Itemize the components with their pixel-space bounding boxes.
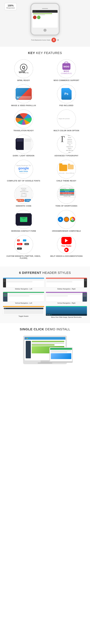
html5-css3-badges: HTML5 CSS3	[16, 199, 31, 202]
header-main-preview	[46, 279, 84, 288]
feature-circle-googlefonts: Sandy Bookman TG google web fonts Helvet…	[14, 160, 33, 179]
header-vertical-nav-left	[3, 293, 8, 302]
translation-globe	[16, 113, 32, 125]
monitor-screen-header	[24, 337, 66, 340]
monitor-btn-close	[26, 338, 26, 339]
font-awesome-icon: A	[52, 38, 56, 42]
parallax-dot	[17, 97, 18, 98]
woo-logo: woo WOO COMMERCE	[61, 63, 72, 74]
folder-tab-small	[68, 164, 70, 165]
demo-install-visual	[3, 336, 87, 364]
feature-label-woocommerce: WOO COMMERCE SUPPORT	[54, 80, 79, 82]
vertical-nav-bar	[83, 295, 86, 296]
sidebar-item-bar	[4, 280, 6, 280]
header-preview-layout	[46, 279, 87, 288]
header-preview-sidebar-left[interactable]: Sidebar Navigation - Left	[3, 278, 44, 290]
header-label-vertical-right: Vertical Navigation - Right	[46, 302, 87, 304]
phone-nav-dot	[35, 11, 36, 12]
ie-icon: e	[58, 217, 63, 222]
header-content-bar	[46, 279, 84, 280]
typography-T: T	[60, 135, 65, 144]
feature-contactform: WORKING CONTACT FORM	[3, 210, 44, 232]
header-preview-box	[3, 292, 44, 302]
light-bar	[24, 139, 31, 140]
shortcode-btn-gray: Column Layout	[60, 194, 74, 196]
woo-sub-text: COMMERCE	[61, 73, 72, 74]
phone-avatar-row	[33, 16, 57, 19]
features-grid: Q WPML.org WPML READY woo WOO COMMERCE W…	[3, 59, 87, 259]
header-content-bar	[46, 295, 68, 296]
toggle-content	[4, 310, 44, 314]
laptop-header-bar	[50, 348, 72, 350]
feature-circle-translation	[14, 110, 33, 128]
child-theme-folders	[59, 165, 74, 171]
woo-text: WOO	[64, 70, 69, 72]
toggle-nav-bar	[4, 308, 44, 309]
feature-circle-contactform	[14, 210, 33, 229]
header-content-bar	[8, 294, 44, 294]
gfonts-sub2: Helvetica TG	[16, 172, 31, 174]
feature-label-darklight: DARK / LIGHT VERSION	[13, 155, 34, 157]
monitor-btn-max	[28, 338, 29, 339]
responsive-label: Responsive	[6, 7, 15, 9]
feature-parallax: IMAGE & VIDEO PARALLAX	[3, 84, 44, 106]
font-awesome-label: Font Awesome Icons Used	[31, 39, 50, 41]
monitor-stand	[40, 360, 50, 362]
laptop-mockup	[50, 347, 73, 363]
parallax-dot	[18, 97, 19, 98]
folder-small	[68, 165, 74, 171]
header-preview-box	[46, 278, 87, 288]
youtube-preview: You Tube	[61, 237, 72, 252]
header-preview-vertical-left[interactable]: Vertical Navigation - Left	[3, 292, 44, 304]
folder-body-large	[59, 165, 67, 171]
monitor-bar-short	[32, 344, 54, 346]
phone-avatar-red	[33, 16, 36, 19]
header-preview-layout	[46, 293, 87, 302]
header-preview-sidebar-right[interactable]: Sidebar Navigation - Right	[46, 278, 87, 290]
laptop-keyboard	[50, 362, 73, 363]
feature-label-multicolor: MULTI COLOR SKIN OPTION	[54, 130, 79, 132]
vertical-nav-bar-active	[83, 294, 86, 295]
laptop-bar	[51, 352, 67, 352]
folder-body-small	[68, 165, 74, 169]
feature-googlefonts: Sandy Bookman TG google web fonts Helvet…	[3, 160, 44, 182]
feature-label-childtheme: CHILD THEME READY	[56, 180, 76, 182]
youtube-play-button	[65, 239, 68, 242]
phone-content-bar-short	[33, 14, 45, 15]
feature-circle-wpml: Q WPML.org	[14, 59, 33, 78]
feature-multicolor: Singia skin preview	[46, 110, 87, 132]
child-theme-preview: citrus.php citrus-child.zip	[59, 165, 74, 174]
header-label-toggle: Toggle Header	[3, 315, 44, 318]
header-main-preview	[8, 293, 44, 302]
dark-bar	[16, 140, 23, 140]
header-preview-menu-over[interactable]: Menu Over Slide Image, Special Shortcode…	[46, 306, 87, 319]
html5-badge: HTML5	[16, 199, 24, 202]
sidebar-item-bar	[84, 281, 86, 281]
vertical-nav-bar	[83, 296, 86, 296]
folder-tab-large	[59, 163, 62, 165]
header-preview-toggle[interactable]: Toggle Header	[3, 306, 44, 319]
feature-circle-darklight	[14, 134, 33, 154]
header-preview-layout	[3, 279, 44, 288]
youtube-circle-play	[66, 249, 67, 251]
feature-youtube: You Tube HELP VIDEOS & DOCUMENTATIONS	[46, 235, 87, 259]
feature-label-shortcodes: TONS OF SHORTCODES	[55, 205, 77, 207]
menu-item-bar-active	[50, 315, 52, 315]
feature-label-translation: TRANSLATION READY	[14, 130, 34, 132]
feature-widgets: fr 🐦 Video Area Add CUSTOM WIDGETS (TWIT…	[3, 235, 44, 259]
font-awesome-lines-icon: ≡	[57, 38, 59, 42]
menu-item-bar	[48, 315, 50, 315]
feature-wpml: Q WPML.org WPML READY	[3, 59, 44, 82]
feature-label-wpml: WPML READY	[17, 80, 30, 82]
header-preview-vertical-right[interactable]: Vertical Navigation - Right	[46, 292, 87, 304]
feature-label-parallax: IMAGE & VIDEO PARALLAX	[11, 104, 36, 106]
chrome-center	[72, 218, 74, 220]
monitor-wrap	[23, 336, 67, 364]
light-bar	[24, 141, 31, 141]
typography-preview: T AcbimyAccorAdaminaAdaminaAlbert ProAle…	[60, 135, 73, 154]
psd-icon: Ps	[61, 88, 72, 100]
header-vertical-nav-right	[82, 293, 87, 302]
child-file-labels: citrus.php citrus-child.zip	[59, 172, 74, 174]
header-label-menu-over: Menu Over Slide Image, Special Shortcode…	[46, 316, 87, 319]
widget-area: Area	[24, 243, 29, 245]
